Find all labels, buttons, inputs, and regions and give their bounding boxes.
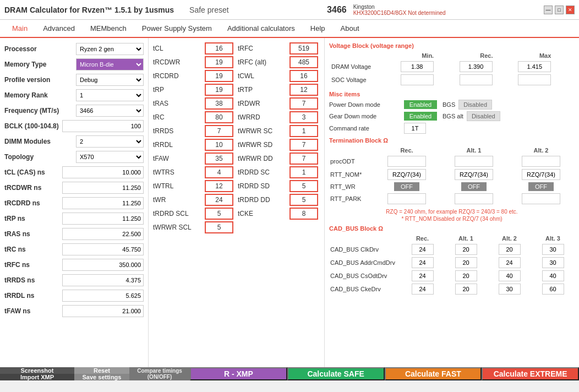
addrcmddrv-alt1[interactable] [455, 257, 477, 268]
clkdrv-alt3[interactable] [542, 244, 564, 255]
twrwr-sd-input[interactable] [290, 139, 318, 151]
csodtdrv-rec[interactable] [412, 270, 434, 281]
ckedrv-rec[interactable] [412, 284, 434, 295]
trdrd-sc-input[interactable] [290, 166, 318, 178]
frequency-select[interactable]: 3466 [76, 105, 144, 117]
menu-item-about[interactable]: About [333, 20, 367, 37]
twrwr-dd-input[interactable] [290, 153, 318, 165]
trtp-input[interactable] [290, 84, 318, 96]
trcdrd-input[interactable] [205, 70, 233, 82]
addrcmddrv-alt2[interactable] [499, 257, 521, 268]
trrdl-input[interactable] [205, 139, 233, 151]
ckedrv-alt2[interactable] [499, 284, 521, 295]
menu-item-power-supply[interactable]: Power Supply System [134, 20, 220, 37]
menu-item-advanced[interactable]: Advanced [35, 20, 83, 37]
soc-voltage-rec[interactable] [460, 74, 493, 85]
calculate-safe-button[interactable]: Calculate SAFE [287, 367, 385, 380]
rxmp-button[interactable]: R - XMP [190, 367, 287, 380]
rtt-nom-alt2[interactable] [522, 169, 560, 180]
tfaw-input[interactable] [205, 153, 233, 165]
trc-ns-input[interactable] [62, 243, 144, 255]
minimize-button[interactable]: — [544, 6, 553, 14]
soc-voltage-max[interactable] [518, 74, 551, 85]
tras-ns-input[interactable] [62, 228, 144, 240]
command-rate-input[interactable] [404, 123, 426, 134]
twr-input[interactable] [205, 194, 233, 206]
tfaw-ns-input[interactable] [62, 305, 144, 317]
addrcmddrv-rec[interactable] [412, 257, 434, 268]
addrcmddrv-alt3[interactable] [542, 257, 564, 268]
tcl-input[interactable] [205, 42, 233, 55]
calculate-fast-button[interactable]: Calculate FAST [385, 367, 482, 380]
csodtdrv-alt3[interactable] [542, 270, 564, 281]
trrds-ns-input[interactable] [62, 274, 144, 286]
trfc-ns-input[interactable] [62, 259, 144, 271]
trdrd-sd-input[interactable] [290, 180, 318, 192]
trdrd-dd-input[interactable] [290, 194, 318, 206]
save-settings-button[interactable]: Save settings [74, 374, 129, 380]
dram-voltage-rec[interactable] [460, 61, 493, 72]
rtt-park-alt1[interactable] [455, 193, 493, 204]
tcl-ns-input[interactable] [62, 166, 144, 178]
rtt-wr-alt2-button[interactable]: OFF [528, 182, 554, 191]
trdwr-input[interactable] [290, 97, 318, 110]
memory-type-select[interactable]: Micron B-die [76, 58, 144, 70]
reset-button[interactable]: Reset [74, 367, 129, 374]
twrwr-scl-input[interactable] [205, 221, 233, 233]
clkdrv-alt2[interactable] [499, 244, 521, 255]
rtt-wr-alt1-button[interactable]: OFF [461, 182, 487, 191]
trcdrd-ns-input[interactable] [62, 197, 144, 209]
screenshot-button[interactable]: Screenshot [0, 367, 74, 374]
dimm-select[interactable]: 2 [76, 135, 144, 148]
maximize-button[interactable]: □ [555, 6, 564, 14]
compare-timings-button[interactable]: Compare timings (ON/OFF) [129, 367, 190, 380]
clkdrv-alt1[interactable] [455, 244, 477, 255]
menu-item-help[interactable]: Help [303, 20, 333, 37]
rtt-park-rec[interactable] [387, 193, 426, 204]
calculate-extreme-button[interactable]: Calculate EXTREME [482, 367, 579, 380]
trrds-input[interactable] [205, 125, 233, 137]
dram-voltage-max[interactable] [518, 61, 551, 72]
trrdl-ns-input[interactable] [62, 290, 144, 302]
trp-ns-input[interactable] [62, 213, 144, 225]
trc-input[interactable] [205, 111, 233, 123]
bgs-disabled-button[interactable]: Disabled [458, 100, 492, 110]
twtrl-input[interactable] [205, 180, 233, 192]
rtt-wr-rec-button[interactable]: OFF [394, 182, 419, 191]
ckedrv-alt1[interactable] [455, 284, 477, 295]
ckedrv-alt3[interactable] [542, 284, 564, 295]
procodt-alt1[interactable] [455, 156, 493, 167]
trp-input[interactable] [205, 84, 233, 96]
csodtdrv-alt1[interactable] [455, 270, 477, 281]
menu-item-main[interactable]: Main [4, 20, 35, 38]
tras-input[interactable] [205, 97, 233, 110]
menu-item-membench[interactable]: MEMbench [83, 20, 134, 37]
rtt-park-alt2[interactable] [522, 193, 560, 204]
trdrd-scl-input[interactable] [205, 208, 233, 220]
trfc-alt-input[interactable] [290, 56, 318, 68]
tcke-input[interactable] [290, 208, 318, 220]
menu-item-additional[interactable]: Additional calculators [220, 20, 303, 37]
processor-select[interactable]: Ryzen 2 gen [76, 43, 144, 55]
clkdrv-rec[interactable] [412, 244, 434, 255]
gear-down-enabled-button[interactable]: Enabled [404, 112, 437, 121]
trcdwr-ns-input[interactable] [62, 182, 144, 194]
twtrs-input[interactable] [205, 166, 233, 178]
trcdwr-input[interactable] [205, 56, 233, 68]
procodt-alt2[interactable] [522, 156, 560, 167]
bclk-input[interactable] [62, 120, 144, 132]
csodtdrv-alt2[interactable] [499, 270, 521, 281]
procodt-rec[interactable] [387, 156, 426, 167]
twrwr-sc-input[interactable] [290, 125, 318, 137]
power-down-enabled-button[interactable]: Enabled [404, 100, 437, 109]
tcwl-input[interactable] [290, 70, 318, 82]
trfc-input[interactable] [290, 42, 318, 55]
memory-rank-select[interactable]: 1 [76, 89, 144, 101]
rtt-nom-alt1[interactable] [455, 169, 493, 180]
dram-voltage-min[interactable] [401, 61, 434, 72]
import-xmp-button[interactable]: Import XMP [0, 374, 74, 380]
twrrd-input[interactable] [290, 111, 318, 123]
rtt-nom-rec[interactable] [387, 169, 426, 180]
profile-version-select[interactable]: Debug [76, 74, 144, 86]
close-button[interactable]: ✕ [566, 6, 575, 14]
